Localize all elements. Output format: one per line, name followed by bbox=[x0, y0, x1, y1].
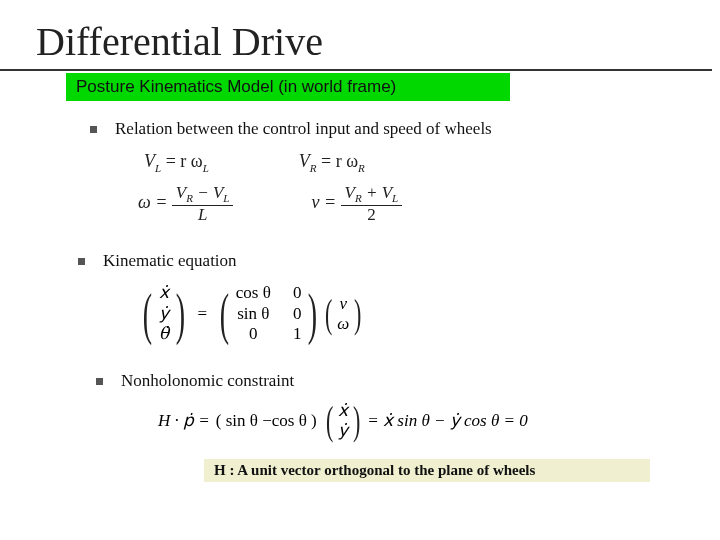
nonholonomic-equation: H · ṗ = ( sin θ −cos θ ) ( ẋ ẏ ) = ẋ sin… bbox=[158, 401, 720, 442]
kinematic-matrix: ( ẋ ẏ θ̇ ) = ( cos θ sin θ 0 0 0 1 ) ( v… bbox=[138, 283, 720, 344]
eq-vr: VR = r ωR bbox=[299, 151, 365, 174]
square-bullet-icon bbox=[96, 378, 103, 385]
square-bullet-icon bbox=[90, 126, 97, 133]
bullet-text: Relation between the control input and s… bbox=[115, 119, 492, 139]
equation-row-2: ω = VR − VL L v = VR + VL 2 bbox=[138, 184, 720, 224]
bullet-text: Nonholonomic constraint bbox=[121, 371, 294, 391]
eq-omega: ω = VR − VL L bbox=[138, 184, 233, 224]
slide-title: Differential Drive bbox=[0, 0, 712, 71]
bullet-kinematic: Kinematic equation bbox=[78, 251, 720, 271]
bullet-relation: Relation between the control input and s… bbox=[90, 119, 720, 139]
footer-note: H : A unit vector orthogonal to the plan… bbox=[204, 459, 650, 482]
square-bullet-icon bbox=[78, 258, 85, 265]
equation-row-1: VL = r ωL VR = r ωR bbox=[144, 151, 720, 174]
bullet-text: Kinematic equation bbox=[103, 251, 237, 271]
bullet-nonholonomic: Nonholonomic constraint bbox=[96, 371, 720, 391]
eq-vl: VL = r ωL bbox=[144, 151, 209, 174]
eq-v: v = VR + VL 2 bbox=[311, 184, 402, 224]
subtitle-bar: Posture Kinematics Model (in world frame… bbox=[66, 73, 510, 101]
